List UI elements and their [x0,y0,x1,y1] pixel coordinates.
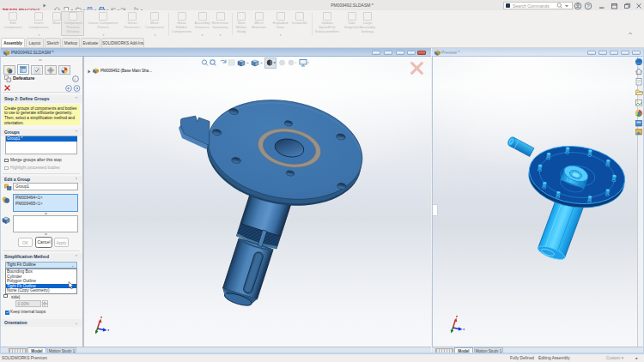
svg-text:?: ? [587,3,590,9]
svg-text:i: i [75,77,76,81]
